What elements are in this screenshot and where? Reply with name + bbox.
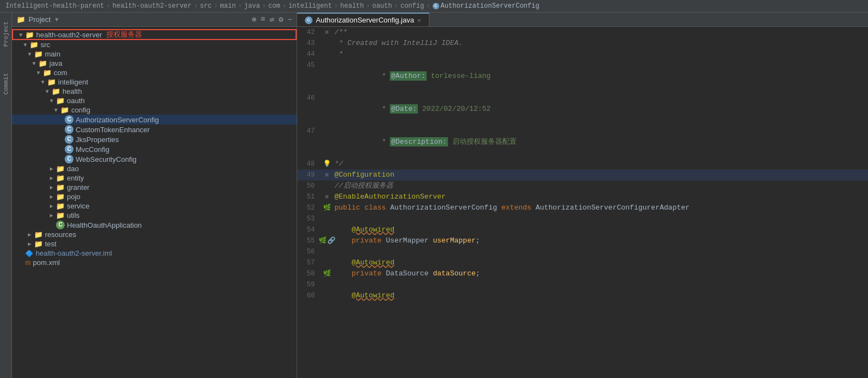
tree-node-utils[interactable]: ► 📁 utils	[12, 211, 297, 220]
breadcrumb-item[interactable]: java	[244, 2, 260, 10]
code-line-55: 55 🌿🔗 private UserMapper userMapper;	[297, 235, 868, 246]
code-line-58: 58 🌿 private DataSource dataSource;	[297, 268, 868, 279]
tree-node-label: pojo	[67, 193, 81, 201]
code-line-57: 57 @Autowired	[297, 257, 868, 268]
tree-node-label: oauth	[67, 97, 85, 105]
class-icon: C	[56, 221, 65, 229]
breadcrumb-item[interactable]: src	[200, 2, 212, 10]
commit-tab[interactable]: Commit	[3, 73, 9, 95]
bean-icon[interactable]: 🌿	[323, 202, 331, 213]
breadcrumb-sep: ›	[366, 2, 370, 10]
breadcrumb-current: CAuthorizationServerConfig	[433, 2, 540, 10]
bean-icon[interactable]: 🌿	[319, 235, 327, 246]
tree-node-oauth[interactable]: ▼ 📁 oauth	[12, 96, 297, 105]
breadcrumb-item[interactable]: health	[341, 2, 364, 10]
tree-node-healthoauthapplication[interactable]: C HealthOauthApplication	[12, 220, 297, 230]
fold-icon[interactable]: ≡	[325, 170, 329, 180]
breadcrumb-item[interactable]: Intelligent-health-parent	[5, 2, 104, 10]
tree-node-pom[interactable]: m pom.xml	[12, 258, 297, 267]
line-content: /**	[332, 27, 868, 38]
tree-node-label: MvcConfig	[76, 145, 109, 154]
tree-node-label: test	[45, 240, 56, 248]
tree-node-resources[interactable]: ► 📁 resources	[12, 230, 297, 239]
tree-node-customtokenenhancer[interactable]: C CustomTokenEnhancer	[12, 125, 297, 134]
editor-tab-bar: C AuthorizationServerConfig.java ×	[297, 13, 868, 27]
tree-node-websecurityconfig[interactable]: C WebSecurityConfig	[12, 154, 297, 164]
tree-node-config[interactable]: ▼ 📁 config	[12, 105, 297, 115]
tree-node-intelligent[interactable]: ▼ 📁 intelligent	[12, 77, 297, 87]
tree-arrow: ▼	[25, 51, 34, 57]
breadcrumb-item[interactable]: config	[400, 2, 424, 10]
tree-node-health-oauth2-server[interactable]: ▼ 📁 health-oauth2-server 授权服务器	[12, 29, 297, 40]
breadcrumb-item[interactable]: com	[268, 2, 280, 10]
line-number: 45	[297, 60, 321, 71]
breadcrumb-sep: ›	[334, 2, 338, 10]
folder-icon: 📁	[30, 41, 38, 49]
breadcrumb-item[interactable]: oauth	[372, 2, 392, 10]
settings-icon[interactable]: ⚙	[279, 15, 283, 24]
tree-node-com[interactable]: ▼ 📁 com	[12, 68, 297, 77]
tree-node-pojo[interactable]: ► 📁 pojo	[12, 192, 297, 201]
line-number: 48	[297, 159, 321, 170]
folder-icon: 📁	[52, 87, 60, 95]
editor-tab-authorizationserverconfig[interactable]: C AuthorizationServerConfig.java ×	[297, 13, 429, 26]
line-content: @EnableAuthorizationServer	[332, 191, 868, 202]
tree-node-authorizationserverconfig[interactable]: C AuthorizationServerConfig	[12, 115, 297, 125]
breadcrumb-item[interactable]: main	[220, 2, 236, 10]
code-line-51: 51 ≡ @EnableAuthorizationServer	[297, 191, 868, 202]
tree-arrow: ►	[47, 212, 56, 218]
breadcrumb-item[interactable]: health-oauth2-server	[112, 2, 191, 10]
line-number: 52	[297, 202, 321, 213]
tree-arrow: ▼	[47, 98, 56, 104]
line-gutter: 💡	[321, 159, 332, 170]
code-line-45: 45 * @Author: torlesse-liang	[297, 60, 868, 93]
tree-node-java[interactable]: ▼ 📁 java	[12, 59, 297, 68]
line-gutter: ≡	[321, 191, 332, 202]
tree-node-label: com	[54, 69, 67, 77]
line-number: 44	[297, 49, 321, 60]
line-content: public class AuthorizationServerConfig e…	[332, 202, 868, 213]
code-editor[interactable]: 42 ≡ /** 43 * Created with IntelliJ IDEA…	[297, 27, 868, 378]
tree-node-label: HealthOauthApplication	[67, 221, 142, 229]
tree-node-label: main	[45, 50, 60, 58]
code-line-43: 43 * Created with IntelliJ IDEA.	[297, 38, 868, 49]
fold-icon[interactable]: ≡	[325, 27, 329, 38]
breadcrumb-item[interactable]: intelligent	[288, 2, 332, 10]
annotation-label: 授权服务器	[106, 30, 142, 40]
tree-node-label: intelligent	[58, 78, 88, 86]
bulb-icon[interactable]: 💡	[323, 159, 331, 170]
tree-node-jksproperties[interactable]: C JksProperties	[12, 134, 297, 144]
project-title: Project	[29, 15, 50, 24]
tree-arrow: ▼	[21, 42, 30, 48]
tree-node-label: config	[71, 106, 90, 114]
locate-icon[interactable]: ⊕	[252, 15, 256, 24]
tree-node-dao[interactable]: ► 📁 dao	[12, 164, 297, 173]
line-gutter: 🌿	[321, 268, 332, 279]
bean-icon[interactable]: 🌿	[323, 268, 331, 279]
tree-node-mvcconfig[interactable]: C MvcConfig	[12, 144, 297, 154]
tree-node-service[interactable]: ► 📁 service	[12, 201, 297, 211]
tree-arrow: ▼	[38, 79, 47, 85]
tree-node-test[interactable]: ► 📁 test	[12, 239, 297, 249]
folder-icon: 📁	[56, 183, 65, 191]
sort-icon[interactable]: ⇄	[270, 15, 274, 24]
editor-panel: C AuthorizationServerConfig.java × 42 ≡ …	[297, 13, 868, 378]
tree-node-main[interactable]: ▼ 📁 main	[12, 49, 297, 59]
tab-close-button[interactable]: ×	[417, 17, 421, 24]
tab-label: AuthorizationServerConfig.java	[316, 16, 414, 24]
project-tab[interactable]: Project	[3, 21, 9, 47]
tree-node-label: health	[63, 87, 82, 95]
project-dropdown-icon[interactable]: ▼	[54, 16, 59, 22]
tree-node-health[interactable]: ▼ 📁 health	[12, 87, 297, 96]
tree-node-entity[interactable]: ► 📁 entity	[12, 173, 297, 183]
fold-icon[interactable]: ≡	[325, 191, 329, 202]
line-number: 42	[297, 27, 321, 38]
collapse-icon[interactable]: ≡	[260, 15, 265, 24]
tree-node-src[interactable]: ▼ 📁 src	[12, 40, 297, 49]
tree-node-granter[interactable]: ► 📁 granter	[12, 183, 297, 192]
tree-node-label: dao	[67, 165, 79, 173]
line-number: 47	[297, 126, 321, 137]
tree-node-iml[interactable]: 🔷 health-oauth2-server.iml	[12, 249, 297, 258]
class-icon: C	[65, 125, 73, 134]
close-panel-icon[interactable]: –	[288, 15, 292, 24]
